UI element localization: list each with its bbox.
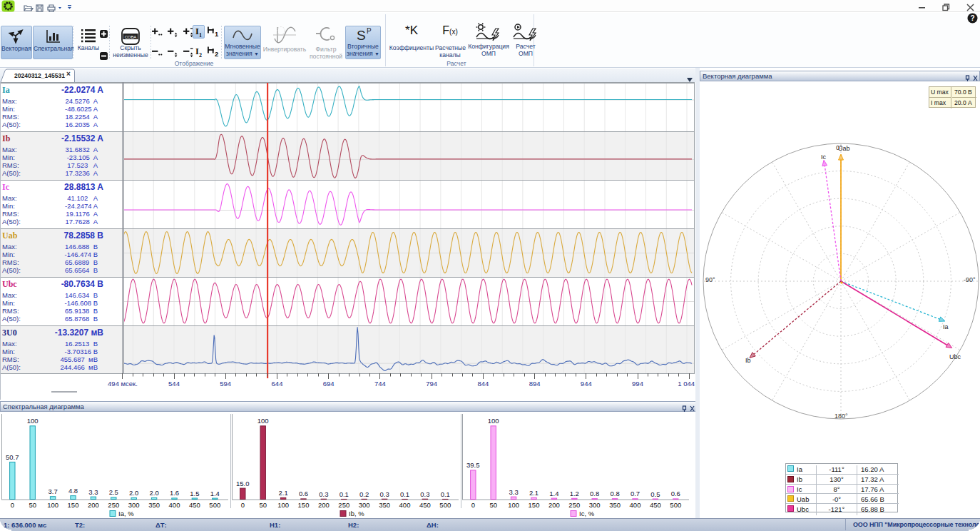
svg-text:2.1: 2.1 [529, 489, 539, 497]
svg-text:180°: 180° [834, 413, 848, 420]
svg-text:100: 100 [488, 417, 499, 425]
svg-text:50: 50 [259, 501, 267, 509]
svg-text:1 044: 1 044 [678, 380, 695, 388]
svg-text:3.7: 3.7 [48, 487, 57, 495]
svg-text:150: 150 [529, 501, 540, 509]
svg-text:844: 844 [477, 380, 489, 388]
svg-text:150: 150 [298, 501, 310, 509]
svg-text:50: 50 [29, 501, 36, 509]
svg-text:1.6: 1.6 [170, 489, 179, 497]
svg-text:200: 200 [318, 501, 330, 509]
svg-text:Ic: Ic [821, 153, 827, 161]
svg-text:0.7: 0.7 [631, 490, 640, 497]
svg-text:250: 250 [568, 501, 580, 509]
svg-text:794: 794 [426, 380, 437, 388]
svg-text:994: 994 [632, 380, 643, 388]
svg-text:1: 1 [215, 30, 219, 38]
svg-text:250: 250 [338, 501, 349, 509]
svg-text:200: 200 [88, 501, 99, 509]
svg-text:Ic, %: Ic, % [579, 510, 595, 517]
svg-text:0.2: 0.2 [359, 490, 369, 498]
svg-text:4.8: 4.8 [68, 487, 78, 495]
svg-text:644: 644 [272, 380, 283, 388]
svg-text:Ia: Ia [943, 323, 949, 330]
svg-text:0.1: 0.1 [400, 490, 409, 498]
svg-text:Ib: Ib [745, 357, 751, 364]
svg-text:1.4: 1.4 [210, 490, 220, 497]
svg-text:0.3: 0.3 [319, 490, 328, 498]
svg-text:400: 400 [399, 501, 411, 509]
svg-text:0: 0 [241, 501, 245, 509]
svg-text:0.8: 0.8 [610, 490, 619, 497]
svg-text:1.4: 1.4 [549, 490, 558, 497]
svg-text:Ia, %: Ia, % [118, 510, 134, 517]
svg-text:100: 100 [257, 417, 269, 425]
svg-text:894: 894 [529, 380, 541, 388]
svg-text:2.5: 2.5 [109, 488, 118, 496]
svg-text:50.7: 50.7 [6, 453, 19, 461]
svg-text:0.6: 0.6 [299, 490, 308, 497]
svg-text:594: 594 [220, 380, 231, 388]
svg-text:544: 544 [168, 380, 180, 388]
svg-text:2: 2 [215, 50, 218, 58]
svg-text:250: 250 [108, 501, 119, 509]
svg-text:944: 944 [581, 380, 592, 388]
svg-text:СОВА: СОВА [125, 35, 137, 39]
svg-text:-90°: -90° [964, 276, 976, 283]
svg-text:350: 350 [379, 501, 390, 509]
svg-text:0: 0 [11, 501, 14, 509]
svg-text:200: 200 [548, 501, 560, 509]
svg-text:1.5: 1.5 [190, 490, 199, 497]
svg-text:3.3: 3.3 [88, 488, 98, 496]
svg-text:0.3: 0.3 [379, 490, 389, 498]
svg-text:100: 100 [508, 501, 519, 509]
svg-text:400: 400 [169, 501, 180, 509]
svg-text:400: 400 [630, 501, 641, 509]
svg-text:500: 500 [209, 501, 220, 509]
svg-text:744: 744 [374, 380, 386, 388]
svg-text:15.0: 15.0 [236, 480, 250, 487]
svg-text:0.8: 0.8 [590, 490, 599, 497]
svg-text:300: 300 [589, 501, 601, 509]
svg-text:0.1: 0.1 [441, 490, 450, 498]
svg-text:100: 100 [47, 501, 58, 509]
svg-text:2.1: 2.1 [278, 489, 287, 497]
svg-text:300: 300 [359, 501, 370, 509]
svg-text:2.0: 2.0 [149, 489, 158, 497]
svg-text:Ubc: Ubc [949, 353, 961, 360]
svg-text:450: 450 [650, 501, 661, 509]
svg-text:100: 100 [277, 501, 289, 509]
svg-text:100: 100 [27, 417, 39, 425]
svg-text:450: 450 [419, 501, 431, 509]
svg-text:494 мсек.: 494 мсек. [108, 380, 138, 388]
svg-text:50: 50 [489, 501, 497, 509]
svg-text:500: 500 [670, 501, 681, 509]
svg-text:0.1: 0.1 [340, 490, 349, 498]
svg-text:0.5: 0.5 [650, 490, 660, 498]
svg-text:90°: 90° [705, 276, 715, 283]
svg-text:Ib, %: Ib, % [349, 510, 364, 517]
svg-text:350: 350 [609, 501, 621, 509]
svg-text:3.3: 3.3 [509, 488, 518, 496]
svg-text:39.5: 39.5 [466, 461, 480, 469]
svg-text:150: 150 [68, 501, 79, 509]
svg-text:1.2: 1.2 [570, 490, 579, 497]
svg-text:350: 350 [148, 501, 160, 509]
svg-text:P: P [367, 27, 372, 35]
svg-text:450: 450 [189, 501, 200, 509]
svg-text:?: ? [970, 14, 974, 22]
svg-text:S: S [357, 28, 366, 43]
svg-text:500: 500 [439, 501, 451, 509]
svg-text:0.3: 0.3 [420, 490, 429, 498]
svg-text:0: 0 [471, 501, 475, 509]
svg-text:300: 300 [128, 501, 140, 509]
svg-text:2.0: 2.0 [129, 489, 138, 497]
svg-text:694: 694 [323, 380, 335, 388]
svg-text:0.6: 0.6 [671, 490, 680, 497]
svg-text:Uab: Uab [838, 145, 850, 152]
